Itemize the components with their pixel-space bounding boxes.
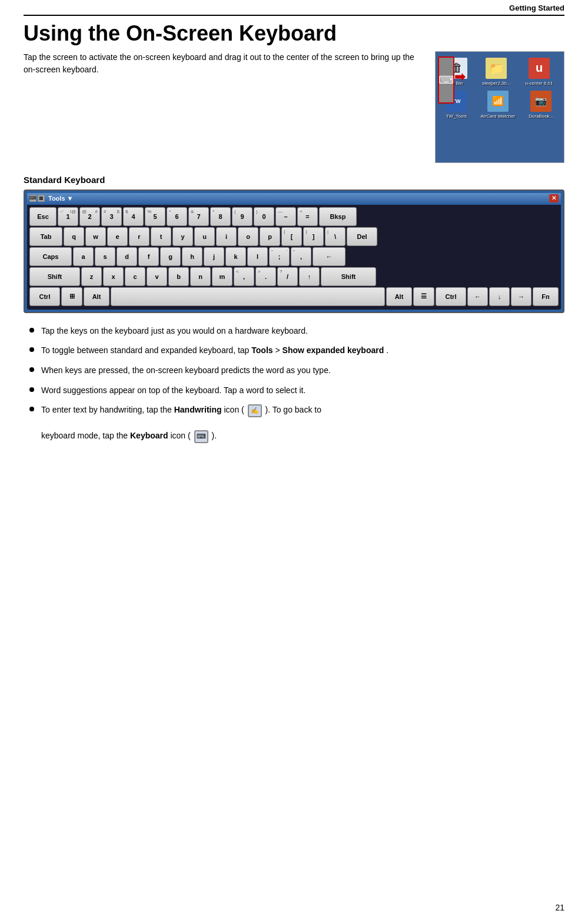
key-7[interactable]: &7: [188, 207, 209, 226]
tools-menu[interactable]: Tools ▼: [48, 195, 73, 202]
key-windows[interactable]: ⊞: [61, 287, 82, 306]
bullet-5-before: To enter text by handwriting, tap the: [41, 405, 174, 414]
key-b[interactable]: b: [168, 267, 189, 286]
key-backslash[interactable]: |\: [325, 227, 346, 246]
key-a[interactable]: a: [73, 247, 94, 266]
key-shift-right[interactable]: Shift: [321, 267, 376, 286]
page-title: Using the On-Screen Keyboard: [24, 22, 564, 45]
key-arrow-up[interactable]: ↑: [299, 267, 320, 286]
key-quote[interactable]: ",: [291, 247, 311, 266]
key-c[interactable]: c: [125, 267, 145, 286]
key-row-bottom: Ctrl ⊞ Alt Alt ☰ Ctrl ← ↓ → Fn: [29, 287, 559, 306]
key-q[interactable]: q: [64, 227, 84, 246]
key-s[interactable]: s: [95, 247, 115, 266]
key-z[interactable]: z: [81, 267, 102, 286]
key-ctrl-left[interactable]: Ctrl: [29, 287, 60, 306]
key-row-numbers: Esc ~`1!@ @2# #3$ $4 %5 ^6 &7 *8 (9 )0 —…: [29, 207, 559, 226]
bullet-2-bold1: Tools: [251, 345, 273, 355]
key-equals[interactable]: +=: [297, 207, 318, 226]
key-0[interactable]: )0: [254, 207, 274, 226]
key-backspace[interactable]: Bksp: [319, 207, 357, 226]
key-enter[interactable]: ←: [313, 247, 346, 266]
key-w[interactable]: w: [85, 227, 106, 246]
key-menu[interactable]: ☰: [413, 287, 434, 306]
bullet-5-bold2: Keyboard: [130, 431, 168, 440]
bullet-dot-4: [29, 387, 34, 392]
bullet-2-bold2: Show expanded keyboard: [283, 345, 384, 355]
key-k[interactable]: k: [225, 247, 246, 266]
key-ctrl-right[interactable]: Ctrl: [436, 287, 466, 306]
key-comma[interactable]: <,: [234, 267, 254, 286]
key-5[interactable]: %5: [145, 207, 165, 226]
key-2[interactable]: @2#: [79, 207, 100, 226]
key-alt-right[interactable]: Alt: [386, 287, 412, 306]
key-6[interactable]: ^6: [167, 207, 187, 226]
bullet-text-5: To enter text by handwriting, tap the Ha…: [41, 404, 321, 443]
bullet-dot-2: [29, 347, 34, 352]
key-p[interactable]: p: [260, 227, 280, 246]
key-o[interactable]: o: [238, 227, 258, 246]
page-header: Getting Started: [24, 0, 564, 16]
titlebar-icons: ⌨ ▦: [29, 195, 45, 202]
key-f[interactable]: f: [138, 247, 159, 266]
key-u[interactable]: u: [194, 227, 215, 246]
key-8[interactable]: *8: [210, 207, 231, 226]
bullet-item-5: To enter text by handwriting, tap the Ha…: [24, 404, 564, 443]
key-d[interactable]: d: [117, 247, 137, 266]
durabook-icon: 📷 DuraBook...: [529, 91, 553, 119]
bullet-5-middle: icon (: [224, 405, 244, 414]
key-m[interactable]: m: [212, 267, 232, 286]
bullet-5-bold1: Handwriting: [174, 405, 222, 414]
key-fn[interactable]: Fn: [533, 287, 559, 306]
key-j[interactable]: j: [204, 247, 224, 266]
key-tab[interactable]: Tab: [29, 227, 62, 246]
key-y[interactable]: y: [172, 227, 193, 246]
key-caps[interactable]: Caps: [29, 247, 72, 266]
key-x[interactable]: x: [103, 267, 124, 286]
keyboard-titlebar: ⌨ ▦ Tools ▼ ✕: [27, 193, 561, 204]
key-period[interactable]: >.: [255, 267, 276, 286]
key-arrow-left[interactable]: ←: [467, 287, 488, 306]
key-g[interactable]: g: [160, 247, 181, 266]
key-shift-left[interactable]: Shift: [29, 267, 80, 286]
bullet-dot-1: [29, 328, 34, 333]
key-del[interactable]: Del: [347, 227, 377, 246]
key-bracket-close[interactable]: }]: [303, 227, 324, 246]
key-3[interactable]: #3$: [101, 207, 122, 226]
onscreen-keyboard[interactable]: ⌨ ▦ Tools ▼ ✕ Esc ~`1!@ @2# #3$ $4 %5 ^6…: [24, 190, 564, 313]
key-esc[interactable]: Esc: [29, 207, 57, 226]
key-arrow-right[interactable]: →: [511, 287, 531, 306]
key-9[interactable]: (9: [232, 207, 253, 226]
bullet-text-2: To toggle between standard and expanded …: [41, 344, 388, 357]
intro-text: Tap the screen to activate the on-screen…: [24, 51, 435, 76]
bullet-2-before: To toggle between standard and expanded …: [41, 345, 251, 355]
key-1[interactable]: ~`1!@: [58, 207, 78, 226]
key-v[interactable]: v: [147, 267, 167, 286]
key-alt-left[interactable]: Alt: [84, 287, 109, 306]
close-button[interactable]: ✕: [549, 194, 559, 202]
key-n[interactable]: n: [190, 267, 211, 286]
key-t[interactable]: t: [151, 227, 171, 246]
bullet-text-4: Word suggestions appear on top of the ke…: [41, 384, 305, 397]
key-semicolon[interactable]: ";': [269, 247, 290, 266]
bullet-item-1: Tap the keys on the keyboard just as you…: [24, 325, 564, 338]
key-i[interactable]: i: [216, 227, 237, 246]
key-r[interactable]: r: [129, 227, 150, 246]
key-e[interactable]: e: [107, 227, 128, 246]
bullet-item-2: To toggle between standard and expanded …: [24, 344, 564, 357]
key-l[interactable]: l: [247, 247, 268, 266]
key-4[interactable]: $4: [123, 207, 144, 226]
key-minus[interactable]: —–: [275, 207, 296, 226]
bullet-text-1: Tap the keys on the keyboard just as you…: [41, 325, 308, 338]
header-title: Getting Started: [509, 4, 564, 12]
bullet-list: Tap the keys on the keyboard just as you…: [24, 325, 564, 443]
u-center-icon: u u-center 6.01: [525, 58, 553, 86]
bullet-dot-5: [29, 407, 34, 411]
key-slash[interactable]: ?/: [277, 267, 298, 286]
key-row-asdf: Caps a s d f g h j k l ";' ", ←: [29, 247, 559, 266]
key-bracket-open[interactable]: {[: [281, 227, 302, 246]
key-h[interactable]: h: [182, 247, 202, 266]
key-arrow-down[interactable]: ↓: [489, 287, 510, 306]
bullet-dot-3: [29, 367, 34, 372]
key-space[interactable]: [111, 287, 385, 306]
